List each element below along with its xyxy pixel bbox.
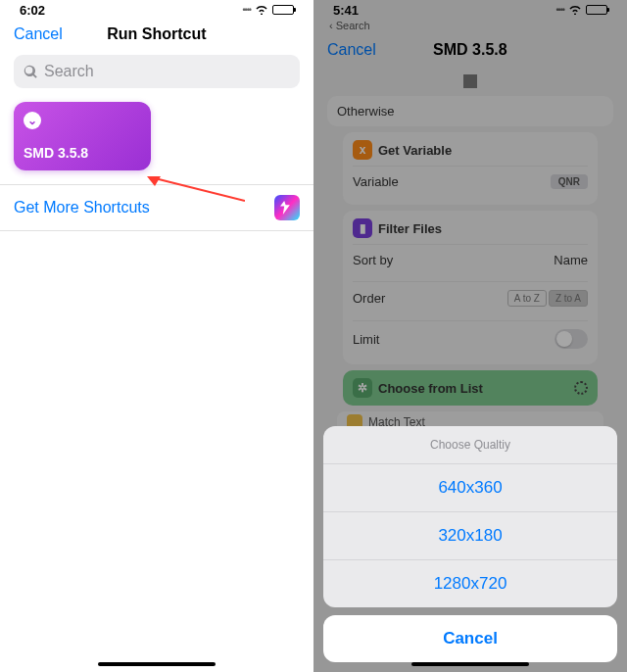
status-time: 6:02 xyxy=(20,3,45,18)
sheet-cancel-button[interactable]: Cancel xyxy=(323,615,617,662)
status-bar: 6:02 •••• xyxy=(0,0,314,18)
phone-left: 6:02 •••• Cancel Run Shortcut Search ⌄ S… xyxy=(0,0,314,672)
phone-right: 5:41 •••• ‹ Search Cancel SMD 3.5.8 Othe… xyxy=(314,0,627,672)
cellular-icon: •••• xyxy=(242,5,251,15)
chevron-down-icon: ⌄ xyxy=(24,112,41,129)
shortcuts-app-icon xyxy=(274,195,300,220)
shortcut-card[interactable]: ⌄ SMD 3.5.8 xyxy=(14,102,151,170)
svg-line-0 xyxy=(155,178,245,201)
action-sheet: Choose Qualtiy 640x360 320x180 1280x720 … xyxy=(323,426,617,662)
home-indicator[interactable] xyxy=(411,662,529,666)
sheet-title: Choose Qualtiy xyxy=(323,426,617,463)
search-input[interactable]: Search xyxy=(14,55,300,88)
get-more-label: Get More Shortcuts xyxy=(14,199,150,216)
status-right: •••• xyxy=(242,3,294,18)
nav-bar: Cancel Run Shortcut xyxy=(0,18,314,51)
cancel-button[interactable]: Cancel xyxy=(14,25,63,43)
annotation-arrow xyxy=(147,176,245,206)
shortcut-label: SMD 3.5.8 xyxy=(24,145,141,161)
sheet-option-0[interactable]: 640x360 xyxy=(323,463,617,511)
sheet-option-2[interactable]: 1280x720 xyxy=(323,559,617,607)
search-placeholder: Search xyxy=(44,63,94,80)
home-indicator[interactable] xyxy=(98,662,216,666)
wifi-icon xyxy=(255,3,268,18)
battery-icon xyxy=(272,5,294,15)
search-icon xyxy=(24,65,38,79)
svg-marker-1 xyxy=(147,176,161,186)
nav-title: Run Shortcut xyxy=(63,25,251,43)
sheet-option-1[interactable]: 320x180 xyxy=(323,511,617,559)
